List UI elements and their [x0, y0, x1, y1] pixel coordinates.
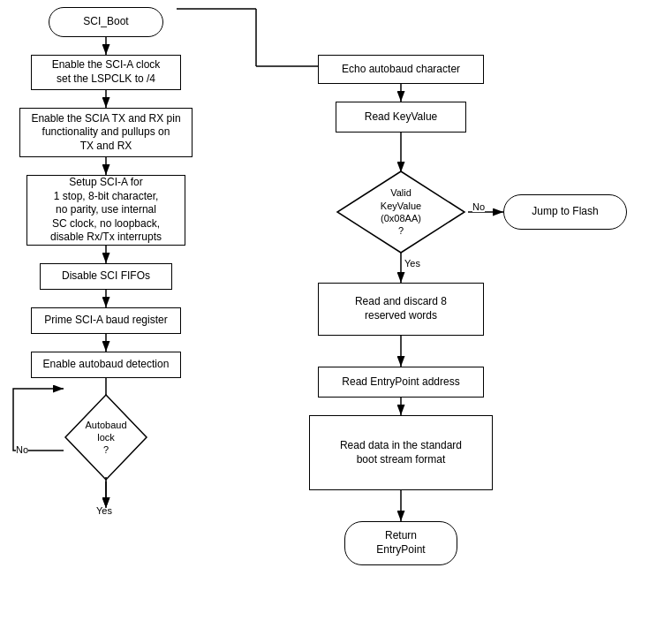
jump-flash-label: Jump to Flash: [532, 205, 598, 219]
autobaud-no-label: No: [16, 444, 28, 455]
read-discard-label: Read and discard 8 reserved words: [355, 295, 447, 322]
jump-flash-node: Jump to Flash: [503, 194, 627, 230]
read-entrypoint-label: Read EntryPoint address: [342, 375, 459, 390]
disable-fifo-label: Disable SCI FIFOs: [62, 269, 150, 284]
keyvalue-yes-label: Yes: [404, 258, 420, 269]
keyvalue-no-label: No: [472, 201, 485, 212]
return-entrypoint-label: Return EntryPoint: [376, 529, 425, 557]
autobaud-lock-diamond: Autobaudlock?: [64, 393, 148, 481]
read-discard-node: Read and discard 8 reserved words: [318, 283, 484, 336]
prime-baud-label: Prime SCI-A baud register: [44, 314, 167, 328]
enable-clock-label: Enable the SCI-A clock set the LSPCLK to…: [52, 58, 161, 86]
valid-keyvalue-diamond: ValidKeyValue(0x08AA)?: [336, 170, 466, 254]
enable-autobaud-label: Enable autobaud detection: [43, 358, 170, 372]
sci-boot-node: SCI_Boot: [49, 7, 163, 37]
enable-pins-label: Enable the SCIA TX and RX pin functional…: [31, 112, 180, 154]
read-keyvalue-label: Read KeyValue: [365, 110, 438, 125]
echo-autobaud-label: Echo autobaud character: [342, 63, 460, 77]
prime-baud-node: Prime SCI-A baud register: [31, 307, 181, 334]
autobaud-lock-label: Autobaudlock?: [85, 420, 126, 456]
autobaud-yes-label: Yes: [96, 505, 112, 516]
enable-pins-node: Enable the SCIA TX and RX pin functional…: [19, 108, 193, 157]
disable-fifo-node: Disable SCI FIFOs: [40, 263, 172, 290]
setup-scia-node: Setup SCI-A for 1 stop, 8-bit character,…: [26, 175, 185, 246]
read-entrypoint-node: Read EntryPoint address: [318, 367, 484, 398]
setup-scia-label: Setup SCI-A for 1 stop, 8-bit character,…: [50, 176, 162, 245]
valid-keyvalue-label: ValidKeyValue(0x08AA)?: [381, 187, 421, 236]
return-entrypoint-node: Return EntryPoint: [344, 521, 457, 565]
read-data-label: Read data in the standard boot stream fo…: [340, 439, 462, 466]
read-data-node: Read data in the standard boot stream fo…: [309, 415, 493, 490]
enable-clock-node: Enable the SCI-A clock set the LSPCLK to…: [31, 55, 181, 90]
read-keyvalue-node: Read KeyValue: [336, 102, 466, 133]
flowchart: SCI_Boot Enable the SCI-A clock set the …: [0, 0, 672, 621]
sci-boot-label: SCI_Boot: [83, 15, 128, 29]
echo-autobaud-node: Echo autobaud character: [318, 55, 484, 84]
enable-autobaud-node: Enable autobaud detection: [31, 352, 181, 378]
